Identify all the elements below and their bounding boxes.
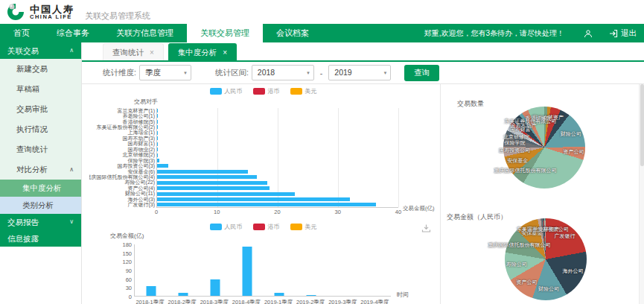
download-icon[interactable] (421, 223, 431, 236)
nav-item-1[interactable]: 综合事务 (43, 24, 103, 42)
sidebar-item-10[interactable]: 信息披露 (0, 230, 81, 247)
hbar-bar (157, 120, 158, 124)
vbar-x-tick: 2018-3季度(42) (200, 299, 229, 304)
range-label: 统计区间: (215, 68, 249, 78)
nav-item-2[interactable]: 关联方信息管理 (103, 24, 187, 42)
dimension-value: 季度 (145, 68, 161, 77)
sidebar-item-0[interactable]: 关联交易∧ (0, 42, 81, 59)
legend-item[interactable]: 港币 (253, 87, 280, 95)
charts-column: 人民币港币美元 交易对手 富兰克林资产(1)养老险公司(1)香港研修院(5)东吴… (82, 84, 441, 304)
caret-icon: ∧ (69, 42, 74, 59)
hbar-bar (157, 148, 158, 151)
hbar-bar (157, 109, 158, 113)
amount-pie-chart: 广发银行海外公司财险公司资产公司寿险公司重庆国际信托股份有限公司安保基金东吴证券… (505, 218, 587, 300)
sidebar-item-2[interactable]: 草稿箱 (0, 79, 81, 99)
range-end-select[interactable]: 2019 ▼ (328, 65, 391, 80)
sidebar-item-label: 交易报告 (7, 214, 39, 230)
hbar-row: 上海瑞金(1) (157, 130, 398, 136)
close-icon[interactable]: × (223, 48, 227, 57)
sidebar-item-label: 对比分析 (16, 159, 48, 180)
sidebar-item-1[interactable]: 新建交易 (0, 59, 81, 79)
hbar-bar (157, 142, 158, 146)
content-area: 人民币港币美元 交易对手 富兰克林资产(1)养老险公司(1)香港研修院(5)东吴… (82, 84, 644, 304)
chevron-down-icon: ▼ (306, 66, 310, 81)
sidebar-item-label: 新建交易 (16, 59, 48, 79)
search-button[interactable]: 查询 (404, 65, 439, 81)
hbar-row: 保险学院(3) (157, 158, 398, 163)
sidebar-item-label: 交易审批 (16, 99, 48, 119)
legend-item[interactable]: 港币 (253, 223, 280, 231)
sidebar-item-label: 执行情况 (16, 119, 48, 139)
vbar-x-tick: 2019-2季度(5) (296, 299, 325, 304)
close-icon[interactable]: × (150, 48, 154, 57)
sidebar-item-6[interactable]: 对比分析∧ (0, 159, 81, 180)
user-icon[interactable] (584, 29, 593, 38)
range-start-select[interactable]: 2018 ▼ (252, 65, 314, 80)
legend-item[interactable]: 人民币 (210, 87, 243, 95)
dim-label: 统计维度: (103, 68, 136, 78)
sidebar-item-label: 草稿箱 (16, 79, 40, 99)
vbar-bar (274, 293, 284, 296)
hbar-x-axis: 交易金额(亿) 010203040 (156, 208, 398, 217)
legend-label: 港币 (268, 223, 280, 231)
nav-item-3[interactable]: 关联交易管理 (187, 24, 263, 42)
vbar-bar (306, 295, 316, 296)
logout-button[interactable]: 退出 (609, 28, 637, 39)
sidebar-item-8[interactable]: 类别分析 (0, 197, 81, 214)
dimension-select[interactable]: 季度 ▼ (139, 65, 191, 80)
hbar-row: 海外公司(3) (157, 197, 398, 202)
hbar-bar (157, 181, 267, 185)
hbar-chart-title: 交易对手 (89, 98, 158, 106)
range-separator: - (320, 69, 323, 77)
nav-right: 郑重,欢迎您，您有3条待办，请尽快处理！ 退出 (424, 24, 644, 42)
vbar-plot: 时间 0306090120150180 (134, 244, 391, 297)
sidebar-item-label: 查询统计 (16, 139, 48, 159)
hbar-row: 国寿财富(1) (157, 142, 398, 147)
hbar-row: 财险公司(11) (157, 191, 398, 197)
chevron-down-icon: ▼ (183, 66, 188, 81)
legend-item[interactable]: 人民币 (210, 223, 243, 231)
tab-1[interactable]: 集中度分析× (168, 43, 237, 60)
scrollbar[interactable] (639, 84, 644, 304)
sidebar-item-3[interactable]: 交易审批 (0, 99, 81, 119)
vbar-bar (146, 286, 156, 296)
sidebar-item-7[interactable]: 集中度分析 (0, 180, 81, 197)
sidebar-item-5[interactable]: 查询统计 (0, 139, 81, 159)
sidebar: 关联交易∧新建交易草稿箱交易审批执行情况查询统计对比分析∧集中度分析类别分析交易… (0, 42, 82, 304)
vbar-bar (210, 279, 220, 296)
pie-slice-label: 寿险公司 (506, 261, 527, 268)
hbar-row: 富兰克林资产(1) (157, 108, 398, 113)
pie-panel: 交易数量 富兰克林资产财险公司资产公司重庆国际信托股份有限公司安保基金国寿投资公… (441, 84, 644, 304)
range-start-value: 2018 (258, 68, 275, 77)
hbar-bar (157, 136, 158, 140)
sidebar-item-9[interactable]: 交易报告∨ (0, 214, 81, 230)
sidebar-item-4[interactable]: 执行情况 (0, 119, 81, 139)
legend-swatch (290, 224, 302, 230)
vbar-y-tick: 0 (129, 294, 132, 300)
hbar-row: 北京研修院(2) (157, 153, 398, 158)
welcome-message: 郑重,欢迎您，您有3条待办，请尽快处理！ (424, 28, 564, 39)
hbar-x-unit: 交易金额(亿) (403, 205, 435, 212)
brand-name-cn: 中国人寿 (30, 4, 74, 14)
legend-label: 人民币 (225, 223, 243, 231)
currency-legend: 人民币港币美元 (89, 86, 437, 97)
hbar-bar (157, 153, 158, 157)
vbar-y-tick: 90 (126, 267, 132, 274)
vbar-x-ticks: 2018-1季度(8)2018-2季度(4)2018-3季度(42)2018-4… (134, 299, 391, 304)
nav-item-4[interactable]: 会议档案 (263, 24, 322, 42)
scrollbar-thumb[interactable] (640, 84, 644, 166)
vbar-y-tick: 60 (126, 276, 132, 282)
hbar-bar (157, 125, 158, 129)
pie-slice-label: 国寿投资公司 (499, 147, 530, 154)
vbar-x-tick: 2018-2季度(4) (168, 299, 197, 304)
hbar-row: 寿险公司(22) (157, 180, 398, 186)
legend-label: 美元 (305, 223, 317, 231)
vbar-x-label: 时间 (397, 291, 409, 299)
legend-item[interactable]: 美元 (290, 87, 317, 95)
nav-item-0[interactable]: 首页 (0, 24, 43, 42)
pie1-title: 交易数量 (457, 99, 484, 109)
tab-0[interactable]: 查询统计× (103, 43, 164, 60)
legend-item[interactable]: 美元 (290, 223, 317, 231)
china-life-logo-icon (6, 2, 25, 22)
app-header: 中国人寿 CHINA LIFE 关联交易管理系统 (0, 0, 644, 24)
